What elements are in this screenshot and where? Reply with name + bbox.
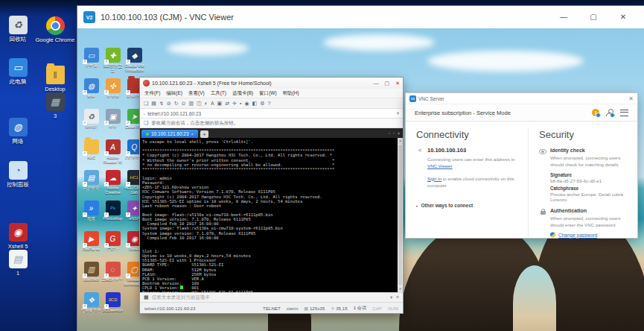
menu-item[interactable]: 帮助(H) — [283, 90, 299, 97]
menu-item[interactable]: 文件(F) — [144, 90, 160, 97]
security-section: Security Identity check When prompted, c… — [528, 127, 628, 238]
desktop-icon[interactable]: ▤ 1 — [1, 250, 34, 277]
vnc-viewer-link[interactable]: VNC Viewer — [427, 163, 453, 168]
toolbar-button[interactable]: ⚙ — [260, 101, 264, 107]
toolbar-button[interactable]: ✛ — [232, 101, 237, 107]
scroll-up-icon[interactable]: ▲ — [398, 138, 403, 144]
shortcut-arrow-icon: ↗ — [104, 212, 109, 217]
menu-item[interactable]: 选项卡(B) — [232, 90, 253, 97]
compose-target-icon[interactable]: ▦ — [144, 294, 149, 300]
minimize-button[interactable]: — — [549, 6, 578, 28]
xshell-addressbar[interactable]: ◦ telnet://10.100.121.60:23 ▾ — [140, 109, 403, 119]
desktop-icon[interactable]: A ↗ Adobe Reader XI — [102, 139, 124, 170]
desktop-icon[interactable]: ↗ AUC — [80, 139, 102, 170]
shortcut-arrow-icon: ↗ — [83, 60, 87, 64]
compose-pin-icon[interactable]: ≡ — [396, 294, 399, 300]
xshell-titlebar[interactable]: 10.100.121.60:23 - Xshell 5 (Free for Ho… — [140, 78, 403, 89]
toolbar-button[interactable]: ◉ — [244, 101, 249, 107]
desktop-icon[interactable]: 3CD ↗ 3CDaemon — [102, 292, 124, 323]
shortcut-arrow-icon: ↗ — [126, 60, 130, 64]
toolbar-button[interactable]: ◫ — [197, 101, 202, 107]
desktop-icon[interactable]: ◉ Xshell 5 — [1, 223, 34, 250]
desktop-icon[interactable]: ♻ 回收站 — [1, 16, 34, 42]
other-ways-to-connect[interactable]: ▸ Other ways to connect — [416, 203, 528, 208]
vnc-server-titlebar[interactable]: V2 VNC Server ✕ — [406, 93, 637, 104]
connectivity-section: Connectivity < 10.100.100.103 Connecting… — [416, 127, 528, 238]
xshell-toolbar: ❏▤↯⊘↻⊙▥◫◐A▣⇄✛▪◉◧⚙? — [140, 98, 403, 109]
desktop-icon[interactable]: Google Chrome — [34, 16, 76, 43]
menu-item[interactable]: 工具(T) — [211, 90, 226, 97]
minimize-button[interactable]: — — [374, 81, 379, 86]
scroll-down-icon[interactable]: ▼ — [398, 286, 403, 292]
desktop-icon[interactable]: ❖ ↗ 红蜻蜓抓图 — [80, 292, 102, 323]
sign-in-link[interactable]: Sign in — [427, 176, 441, 181]
cloud — [167, 42, 249, 55]
toolbar-button[interactable]: ▣ — [217, 101, 223, 107]
maximize-button[interactable]: ▢ — [385, 81, 390, 86]
menu-item[interactable]: 编辑(E) — [166, 90, 182, 97]
toolbar-button[interactable]: ⇄ — [225, 101, 229, 107]
desktop-icon[interactable]: ▦ 3 — [34, 92, 76, 119]
toolbar-button[interactable]: ▥ — [188, 101, 194, 107]
desktop-icon[interactable]: ✣ ↗ 鲁大师 — [102, 78, 124, 109]
toolbar-button[interactable]: ? — [267, 101, 270, 106]
tab-scroll-left-icon[interactable]: ‹ — [389, 130, 390, 136]
tab-close-icon[interactable]: × — [191, 132, 194, 136]
compose-hint: 仅将文本发送到当前选项卡 — [152, 294, 210, 301]
desktop-icon-label: 鲁大师 — [106, 94, 119, 98]
change-password-link[interactable]: Change password — [558, 233, 597, 238]
user-account-icon[interactable] — [606, 109, 613, 116]
toolbar-button[interactable]: ↻ — [174, 101, 179, 107]
terminal-scrollbar[interactable]: ▲ ▼ — [398, 138, 403, 292]
shortcut-arrow-icon: ↗ — [104, 304, 109, 309]
desktop-icon[interactable]: ◍ ↗ 网络 — [80, 78, 102, 109]
hamburger-menu-icon[interactable] — [620, 110, 628, 116]
compose-bar[interactable]: ▦ 仅将文本发送到当前选项卡 ▾ ≡ — [140, 292, 403, 302]
desktop-icon[interactable]: ‖ Desktop — [34, 66, 76, 92]
desktop-icon[interactable]: ▥ ↗ WinRAR — [80, 262, 102, 292]
close-button[interactable]: ✕ — [608, 6, 638, 28]
terminal[interactable]: To escape to local shell, press 'Ctrl+Al… — [140, 138, 403, 292]
tab-list-icon[interactable]: ▾ — [398, 130, 400, 136]
new-tab-button[interactable]: + — [200, 130, 208, 138]
session-tab[interactable]: 10.100.121.60:23 × — [141, 130, 198, 138]
maximize-button[interactable]: ▢ — [578, 6, 608, 28]
menu-item[interactable]: 窗口(W) — [259, 90, 276, 97]
favorite-session-icon[interactable]: ❏ — [144, 120, 148, 126]
desktop-icon[interactable]: ◔ 控制面板 — [1, 161, 34, 188]
toolbar-button[interactable]: ▪ — [240, 101, 241, 106]
desktop-icon[interactable]: ▤ ↗ 两步验证 — [80, 170, 102, 201]
toolbar-button[interactable]: ↯ — [159, 101, 164, 107]
compose-dropdown-icon[interactable]: ▾ — [390, 294, 392, 300]
toolbar-button[interactable]: ❏ — [144, 101, 148, 107]
desktop-icon[interactable]: ♻ ↗ 回收站 — [80, 109, 102, 139]
desktop-icon[interactable]: ☁ ↗ Adobe Creative Cloud — [102, 170, 124, 201]
close-button[interactable]: ✕ — [628, 95, 634, 102]
scrollbar-thumb[interactable] — [398, 145, 402, 286]
desktop-icon[interactable]: ▣ ↗ 图片 — [102, 109, 124, 139]
desktop-icon[interactable]: ◌ ↗ 2345看图王 — [102, 262, 124, 292]
close-button[interactable]: ✕ — [395, 81, 400, 86]
desktop-icon[interactable]: ▭ ↗ 此电脑 — [80, 48, 102, 78]
address-dropdown-icon[interactable]: ▾ — [397, 110, 399, 116]
menu-item[interactable]: 查看(V) — [188, 90, 205, 97]
desktop-icon[interactable]: ▭ 此电脑 — [1, 58, 34, 85]
desktop-icon[interactable]: » ↗ 迅雷 — [80, 201, 102, 231]
desktop-icon-label: Oracle VM VirtualBox — [124, 63, 145, 73]
desktop-icon[interactable]: ▶ ↗ PotPlayer — [80, 231, 102, 262]
tab-scroll-right-icon[interactable]: › — [393, 130, 395, 136]
desktop-icon[interactable]: ✚ ↗ 360安全卫士 — [102, 48, 124, 78]
toolbar-button[interactable]: ⊘ — [167, 101, 171, 107]
desktop-icon[interactable]: ◆ ↗ Oracle VM VirtualBox — [124, 48, 145, 78]
toolbar-button[interactable]: ◐ — [205, 101, 208, 106]
toolbar-button[interactable]: A — [211, 101, 214, 106]
toolbar-button[interactable]: ▤ — [151, 101, 156, 107]
desktop-icon[interactable]: Ps ↗ Photoshop — [102, 201, 124, 231]
toolbar-button[interactable]: ◧ — [252, 101, 258, 107]
shortcut-arrow-icon: ↗ — [104, 121, 109, 125]
desktop-icon[interactable]: G ↗ 广联达 — [102, 231, 124, 262]
toolbar-button[interactable]: ⊙ — [182, 101, 186, 107]
desktop-icon[interactable]: ◍ 网络 — [1, 118, 34, 145]
vnc-viewer-titlebar[interactable]: V2 10.100.100.103 (CJM) - VNC Viewer — ▢… — [77, 6, 644, 29]
warning-icon[interactable]: ! — [592, 109, 599, 116]
